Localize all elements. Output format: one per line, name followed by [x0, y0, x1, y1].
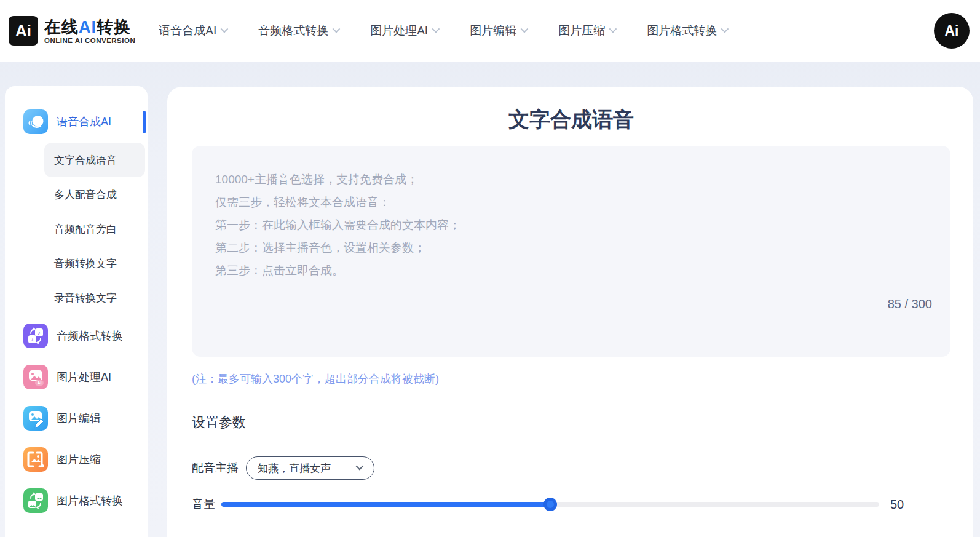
brand-logo[interactable]: Ai 在线AI转换 ONLINE AI CONVERSION	[9, 16, 135, 46]
sidebar-item-image-edit[interactable]: 图片编辑	[23, 406, 148, 431]
volume-label: 音量	[192, 496, 221, 512]
sidebar-item-image-compress[interactable]: 图片压缩	[23, 447, 148, 472]
sidebar-item-multi-voice[interactable]: 多人配音合成	[44, 177, 145, 212]
voice-select-dropdown[interactable]: 知燕，直播女声	[246, 456, 374, 480]
voice-select-row: 配音主播 知燕，直播女声	[192, 456, 950, 480]
brand-badge-text: Ai	[15, 22, 31, 41]
sidebar-item-voice-synthesis[interactable]: 语音合成AI	[23, 109, 148, 134]
sidebar-item-audio-dubbing[interactable]: 音频配音旁白	[44, 212, 145, 246]
voice-select-label: 配音主播	[192, 460, 239, 476]
chevron-down-icon	[521, 25, 529, 33]
sidebar-item-text-to-speech[interactable]: 文字合成语音	[44, 143, 145, 177]
main-nav: 语音合成AI 音频格式转换 图片处理AI 图片编辑 图片压缩 图片格式转换	[159, 23, 727, 39]
text-input-area[interactable]: 10000+主播音色选择，支持免费合成； 仅需三步，轻松将文本合成语音： 第一步…	[192, 146, 950, 357]
image-ai-icon: AI	[23, 365, 48, 389]
image-format-icon	[23, 488, 48, 513]
top-header: Ai 在线AI转换 ONLINE AI CONVERSION 语音合成AI 音频…	[0, 0, 980, 62]
placeholder-line: 第二步：选择主播音色，设置相关参数；	[215, 236, 927, 259]
chevron-down-icon	[432, 25, 440, 33]
main-panel: 文字合成语音 10000+主播音色选择，支持免费合成； 仅需三步，轻松将文本合成…	[167, 87, 973, 537]
brand-title: 在线AI转换	[44, 18, 135, 36]
placeholder-line: 第三步：点击立即合成。	[215, 259, 927, 282]
nav-item-image-compress[interactable]: 图片压缩	[558, 23, 615, 39]
placeholder-line: 10000+主播音色选择，支持免费合成；	[215, 168, 927, 191]
active-section-indicator	[143, 111, 146, 133]
voice-synthesis-icon	[23, 109, 48, 134]
user-avatar[interactable]: Ai	[934, 13, 970, 49]
sidebar-item-image-ai[interactable]: AI 图片处理AI	[23, 365, 148, 389]
svg-text:AI: AI	[38, 381, 42, 385]
svg-text:♪: ♪	[38, 330, 41, 336]
slider-fill	[221, 502, 550, 507]
volume-slider[interactable]	[221, 498, 879, 511]
settings-heading: 设置参数	[192, 413, 950, 432]
brand-text: 在线AI转换 ONLINE AI CONVERSION	[44, 18, 135, 44]
brand-logo-icon: Ai	[9, 16, 38, 46]
nav-item-voice-synthesis[interactable]: 语音合成AI	[159, 23, 226, 39]
sidebar-item-audio-to-text[interactable]: 音频转换文字	[44, 246, 145, 280]
input-limit-note: (注：最多可输入300个字，超出部分合成将被截断)	[192, 372, 950, 386]
image-compress-icon	[23, 447, 48, 472]
nav-item-audio-format[interactable]: 音频格式转换	[258, 23, 338, 39]
placeholder-line: 仅需三步，轻松将文本合成语音：	[215, 191, 927, 213]
svg-text:♪: ♪	[31, 336, 34, 343]
volume-row: 音量 50	[192, 493, 950, 516]
chevron-down-icon	[356, 462, 364, 470]
volume-value: 50	[890, 498, 904, 512]
sidebar-item-recording-to-text[interactable]: 录音转换文字	[44, 280, 145, 315]
image-edit-icon	[23, 406, 48, 431]
chevron-down-icon	[221, 25, 229, 33]
char-counter: 85 / 300	[888, 297, 932, 311]
chevron-down-icon	[333, 25, 341, 33]
voice-select-value: 知燕，直播女声	[258, 461, 331, 475]
placeholder-line: 第一步：在此输入框输入需要合成的文本内容；	[215, 213, 927, 236]
chevron-down-icon	[721, 25, 729, 33]
sidebar: 语音合成AI 文字合成语音 多人配音合成 音频配音旁白 音频转换文字 录音转换文…	[5, 86, 148, 537]
nav-item-image-ai[interactable]: 图片处理AI	[370, 23, 438, 39]
nav-item-image-edit[interactable]: 图片编辑	[470, 23, 526, 39]
sidebar-item-image-format[interactable]: 图片格式转换	[23, 488, 148, 513]
brand-subtitle: ONLINE AI CONVERSION	[44, 37, 135, 44]
page-title: 文字合成语音	[192, 106, 950, 133]
chevron-down-icon	[609, 25, 617, 33]
audio-format-icon: ♪ ♪	[23, 324, 48, 348]
sidebar-item-audio-format[interactable]: ♪ ♪ 音频格式转换	[23, 324, 148, 348]
slider-handle[interactable]	[543, 498, 557, 511]
nav-item-image-format[interactable]: 图片格式转换	[647, 23, 727, 39]
